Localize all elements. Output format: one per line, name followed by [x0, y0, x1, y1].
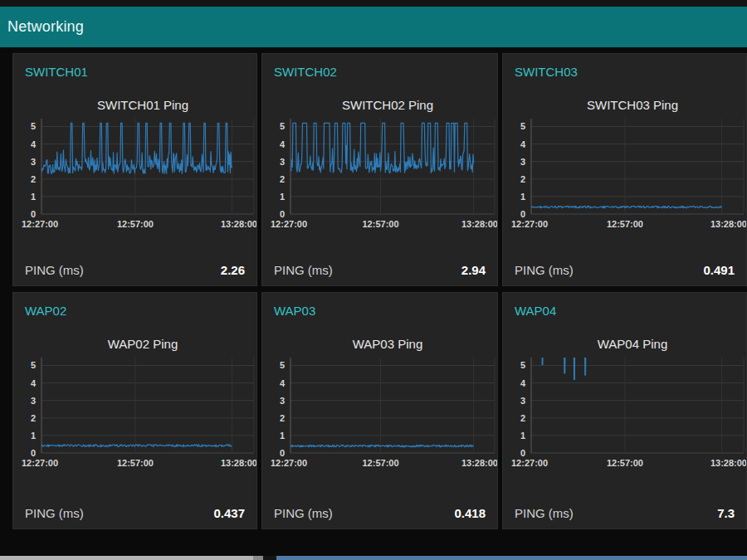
metric-row: PING (ms)7.3: [515, 506, 735, 520]
metric-row: PING (ms)2.26: [25, 263, 245, 277]
svg-text:3: 3: [280, 157, 285, 167]
panel-grid: SWITCH01SWITCH01 Ping01234512:27:0012:57…: [0, 53, 747, 529]
metric-row: PING (ms)2.94: [274, 263, 486, 277]
svg-text:2: 2: [280, 413, 285, 423]
panel-wap03: WAP03WAP03 Ping01234512:27:0012:57:0013:…: [261, 292, 498, 529]
svg-text:1: 1: [280, 431, 285, 441]
metric-row: PING (ms)0.418: [274, 506, 486, 520]
svg-text:4: 4: [520, 378, 526, 388]
svg-text:12:57:00: 12:57:00: [117, 219, 154, 229]
horizontal-scrollbar-notch: [253, 556, 263, 560]
metric-label: PING (ms): [25, 506, 84, 520]
metric-label: PING (ms): [25, 263, 84, 277]
svg-text:13:28:00: 13:28:00: [710, 219, 747, 229]
chart-title: SWITCH03 Ping: [530, 98, 735, 112]
metric-row: PING (ms)0.491: [515, 263, 735, 277]
svg-text:12:27:00: 12:27:00: [511, 219, 548, 229]
panel-group-title: SWITCH02: [274, 65, 486, 79]
ping-chart-wap04[interactable]: 01234512:27:0012:57:0013:28:00: [504, 355, 747, 471]
svg-text:12:57:00: 12:57:00: [607, 458, 643, 468]
dashboard-header: Networking: [0, 7, 747, 47]
dashboard-title: Networking: [7, 18, 84, 36]
svg-text:0: 0: [520, 209, 525, 219]
svg-text:3: 3: [31, 157, 36, 167]
svg-text:12:27:00: 12:27:00: [22, 458, 58, 468]
svg-text:0: 0: [31, 448, 36, 458]
svg-text:12:57:00: 12:57:00: [363, 458, 399, 468]
svg-text:3: 3: [520, 157, 525, 167]
svg-text:2: 2: [520, 174, 525, 184]
svg-text:0: 0: [520, 448, 525, 458]
panel-wap04: WAP04WAP04 Ping01234512:27:0012:57:0013:…: [502, 292, 747, 529]
panel-group-title: SWITCH01: [25, 65, 245, 79]
chart-title: WAP03 Ping: [290, 337, 486, 351]
svg-text:12:27:00: 12:27:00: [271, 458, 307, 468]
svg-text:1: 1: [31, 431, 36, 441]
svg-text:5: 5: [31, 360, 36, 370]
svg-text:4: 4: [520, 139, 526, 149]
svg-text:5: 5: [31, 121, 36, 131]
svg-text:5: 5: [520, 360, 525, 370]
panel-wap02: WAP02WAP02 Ping01234512:27:0012:57:0013:…: [12, 292, 257, 529]
panel-switch02: SWITCH02SWITCH02 Ping01234512:27:0012:57…: [261, 53, 498, 286]
svg-text:4: 4: [280, 139, 286, 149]
metric-value: 2.26: [221, 263, 245, 277]
svg-text:2: 2: [31, 413, 36, 423]
metric-label: PING (ms): [274, 263, 333, 277]
panel-group-title: SWITCH03: [515, 65, 735, 79]
panel-switch03: SWITCH03SWITCH03 Ping01234512:27:0012:57…: [502, 53, 747, 286]
svg-text:5: 5: [280, 360, 285, 370]
svg-text:4: 4: [31, 378, 37, 388]
panel-switch01: SWITCH01SWITCH01 Ping01234512:27:0012:57…: [12, 53, 257, 286]
svg-text:0: 0: [280, 209, 285, 219]
ping-chart-switch01[interactable]: 01234512:27:0012:57:0013:28:00: [14, 116, 257, 232]
svg-text:2: 2: [280, 174, 285, 184]
svg-text:4: 4: [31, 139, 37, 149]
panel-group-title: WAP02: [25, 304, 245, 318]
svg-text:2: 2: [520, 413, 525, 423]
ping-chart-wap02[interactable]: 01234512:27:0012:57:0013:28:00: [14, 355, 257, 471]
metric-value: 2.94: [461, 263, 486, 277]
metric-row: PING (ms)0.437: [25, 506, 245, 520]
chart-title: WAP04 Ping: [530, 337, 735, 351]
svg-text:13:28:00: 13:28:00: [461, 458, 498, 468]
svg-text:4: 4: [280, 378, 286, 388]
svg-text:1: 1: [520, 431, 525, 441]
metric-value: 0.437: [213, 506, 245, 520]
metric-value: 7.3: [717, 506, 735, 520]
svg-text:1: 1: [280, 192, 285, 202]
svg-text:12:57:00: 12:57:00: [117, 458, 154, 468]
svg-text:13:28:00: 13:28:00: [710, 458, 747, 468]
svg-text:0: 0: [280, 448, 285, 458]
chart-title: WAP02 Ping: [41, 337, 245, 351]
svg-text:12:57:00: 12:57:00: [363, 219, 399, 229]
svg-text:3: 3: [520, 396, 525, 406]
top-strip: [0, 0, 747, 7]
ping-chart-switch02[interactable]: 01234512:27:0012:57:0013:28:00: [263, 116, 498, 232]
horizontal-scrollbar-thumb[interactable]: [0, 556, 253, 560]
ping-chart-wap03[interactable]: 01234512:27:0012:57:0013:28:00: [263, 355, 498, 471]
metric-value: 0.418: [454, 506, 486, 520]
metric-label: PING (ms): [274, 506, 333, 520]
svg-text:1: 1: [520, 192, 525, 202]
chart-title: SWITCH02 Ping: [290, 98, 486, 112]
panel-group-title: WAP04: [515, 304, 735, 318]
metric-value: 0.491: [703, 263, 735, 277]
chart-title: SWITCH01 Ping: [41, 98, 245, 112]
metric-label: PING (ms): [515, 263, 574, 277]
svg-text:3: 3: [280, 396, 285, 406]
svg-text:1: 1: [31, 192, 36, 202]
svg-text:13:28:00: 13:28:00: [461, 219, 498, 229]
svg-text:5: 5: [280, 121, 285, 131]
panel-group-title: WAP03: [274, 304, 486, 318]
svg-text:12:27:00: 12:27:00: [511, 458, 548, 468]
svg-text:13:28:00: 13:28:00: [221, 219, 257, 229]
svg-text:0: 0: [31, 209, 36, 219]
svg-text:12:27:00: 12:27:00: [271, 219, 307, 229]
svg-text:3: 3: [31, 396, 36, 406]
svg-text:13:28:00: 13:28:00: [221, 458, 257, 468]
svg-text:12:57:00: 12:57:00: [607, 219, 643, 229]
ping-chart-switch03[interactable]: 01234512:27:0012:57:0013:28:00: [504, 116, 747, 232]
bottom-bar: [0, 556, 747, 560]
metric-label: PING (ms): [515, 506, 574, 520]
